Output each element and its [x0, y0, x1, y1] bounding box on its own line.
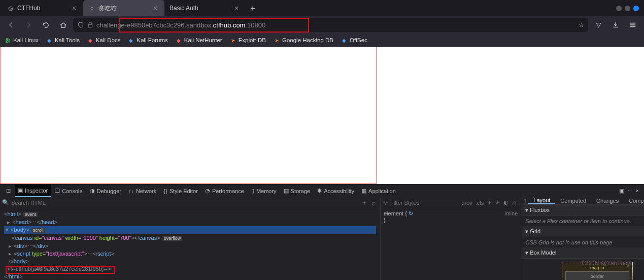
menu-button[interactable]: [626, 18, 640, 32]
tab-label: 贪吃蛇: [98, 4, 117, 13]
html-search[interactable]: 🔍 ＋ ⌕: [0, 197, 380, 208]
tab-ctfhub[interactable]: ◎ CTFHub ×: [2, 0, 83, 16]
tool-application[interactable]: ▦ Application: [358, 184, 399, 197]
toggle-panel-icon[interactable]: ▯: [521, 198, 528, 204]
bookmark-kali-linux[interactable]: 🐉Kali Linux: [4, 37, 39, 44]
bookmark-exploitdb[interactable]: ➤Exploit-DB: [229, 37, 266, 44]
bookmark-kali-tools[interactable]: ◆Kali Tools: [46, 37, 80, 44]
window-close-icon[interactable]: [633, 6, 639, 11]
tab-strip: ◎ CTFHub × ○ 贪吃蛇 × Basic Auth × ＋: [0, 0, 644, 16]
arrow-icon: ➤: [273, 37, 280, 44]
forward-button[interactable]: [21, 18, 36, 32]
annotation-box: [6, 266, 115, 274]
tab-computed[interactable]: Computed: [555, 197, 591, 204]
devtools-header: ⊡ ▣ Inspector ❏ Console ◑ Debugger ↑↓ Ne…: [0, 184, 644, 197]
close-icon[interactable]: ×: [151, 4, 159, 12]
styles-toolbar: 🝖 :hov .cls ＋ ☀ ◐ 🖨: [381, 197, 521, 208]
tool-inspector[interactable]: ▣ Inspector: [15, 184, 51, 197]
diamond-icon: ◆: [87, 37, 94, 44]
bookmark-star-icon[interactable]: ☆: [579, 21, 584, 28]
tool-console[interactable]: ❏ Console: [52, 184, 85, 197]
address-bar[interactable]: challenge-e9850eb7cbc3c296.sandbox.ctfhu…: [73, 18, 588, 32]
add-node-button[interactable]: ＋: [360, 198, 369, 207]
diamond-icon: ◆: [46, 37, 53, 44]
tab-compatibility[interactable]: Compatibility: [624, 197, 644, 204]
minimize-icon[interactable]: [616, 6, 622, 11]
dark-icon[interactable]: ◐: [502, 199, 510, 206]
light-icon[interactable]: ☀: [494, 199, 502, 206]
eyedropper-icon[interactable]: ⌕: [369, 199, 378, 207]
pocket-button[interactable]: ▽: [591, 18, 605, 32]
tab-label: CTFHub: [17, 5, 40, 12]
new-tab-button[interactable]: ＋: [246, 0, 260, 16]
tool-network[interactable]: ↑↓ Network: [125, 184, 159, 197]
bookmark-offsec[interactable]: ◆OffSec: [341, 37, 367, 44]
flexbox-header[interactable]: ▾ Flexbox: [521, 205, 644, 216]
reload-button[interactable]: [39, 18, 53, 32]
styles-filter[interactable]: [388, 200, 460, 206]
nav-toolbar: challenge-e9850eb7cbc3c296.sandbox.ctfhu…: [0, 16, 644, 34]
page-content: [0, 47, 644, 184]
tool-debugger[interactable]: ◑ Debugger: [87, 184, 124, 197]
grid-header[interactable]: ▾ Grid: [521, 226, 644, 237]
hov-button[interactable]: :hov: [460, 200, 474, 206]
html-panel: 🔍 ＋ ⌕ <html>event ▸<head>⋯</head> ▾<body…: [0, 197, 381, 280]
bookmarks-bar: 🐉Kali Linux ◆Kali Tools ◆Kali Docs ◆Kali…: [0, 34, 644, 47]
styles-panel: 🝖 :hov .cls ＋ ☀ ◐ 🖨 element { ↻inline }: [381, 197, 521, 280]
grid-hint: CSS Grid is not in use on this page: [521, 237, 644, 247]
responsive-mode-icon[interactable]: ▣: [619, 188, 624, 194]
diamond-icon: ◆: [341, 37, 348, 44]
cls-button[interactable]: .cls: [474, 200, 486, 206]
tab-changes[interactable]: Changes: [591, 197, 624, 204]
print-icon[interactable]: 🖨: [510, 200, 519, 206]
watermark: CSDN @YanLucyqi: [582, 260, 635, 267]
tab-snake[interactable]: ○ 贪吃蛇 ×: [83, 0, 164, 16]
rules-view[interactable]: element { ↻inline }: [381, 208, 521, 280]
search-input[interactable]: [9, 200, 360, 206]
annotation-box: [0, 47, 377, 184]
devtools-body: 🔍 ＋ ⌕ <html>event ▸<head>⋯</head> ▾<body…: [0, 197, 644, 280]
diamond-icon: ◆: [127, 37, 134, 44]
bookmark-kali-docs[interactable]: ◆Kali Docs: [87, 37, 121, 44]
layout-panel: ▯ Layout Computed Changes Compatibility …: [521, 197, 644, 280]
bookmark-nethunter[interactable]: ◆Kali NetHunter: [175, 37, 222, 44]
tab-basicauth[interactable]: Basic Auth ×: [164, 0, 246, 16]
flexbox-hint: Select a Flex container or item to conti…: [521, 216, 644, 226]
maximize-icon[interactable]: [625, 6, 630, 11]
dragon-icon: 🐉: [4, 37, 11, 44]
home-button[interactable]: [56, 18, 70, 32]
favicon-icon: ◎: [7, 5, 14, 12]
boxmodel-header[interactable]: ▾ Box Model: [521, 247, 644, 259]
tool-accessibility[interactable]: ✱ Accessibility: [314, 184, 357, 197]
tab-label: Basic Auth: [170, 5, 198, 12]
add-rule-button[interactable]: ＋: [485, 199, 494, 206]
close-icon[interactable]: ×: [70, 4, 78, 12]
bookmark-kali-forums[interactable]: ◆Kali Forums: [127, 37, 167, 44]
pick-element-button[interactable]: ⊡: [3, 184, 14, 197]
tool-style-editor[interactable]: {} Style Editor: [160, 184, 201, 197]
close-devtools-icon[interactable]: ×: [636, 188, 639, 194]
back-button[interactable]: [4, 18, 18, 32]
layout-tabs: ▯ Layout Computed Changes Compatibility …: [521, 197, 644, 205]
html-tree[interactable]: <html>event ▸<head>⋯</head> ▾<body>scrol…: [0, 208, 380, 280]
bookmark-ghdb[interactable]: ➤Google Hacking DB: [273, 37, 333, 44]
tool-performance[interactable]: ◔ Performance: [202, 184, 247, 197]
arrow-icon: ➤: [229, 37, 236, 44]
downloads-button[interactable]: [608, 18, 623, 32]
tool-storage[interactable]: ▤ Storage: [281, 184, 314, 197]
diamond-icon: ◆: [175, 37, 182, 44]
more-icon[interactable]: ⋯: [627, 188, 633, 194]
close-icon[interactable]: ×: [232, 4, 241, 12]
window-controls: [616, 0, 644, 16]
tab-layout[interactable]: Layout: [528, 197, 555, 204]
favicon-icon: ○: [88, 5, 95, 12]
tool-memory[interactable]: ▯ Memory: [248, 184, 280, 197]
